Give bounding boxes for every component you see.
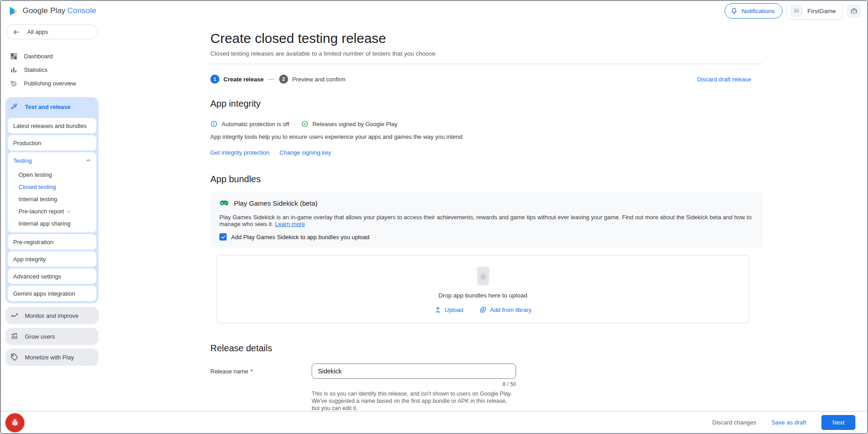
sidebar-item-open-testing[interactable]: Open testing [8, 169, 96, 181]
sidekick-checkbox[interactable] [219, 233, 227, 241]
sidebar-item-latest-releases[interactable]: Latest releases and bundles [8, 118, 96, 133]
header-divider [210, 64, 763, 64]
add-from-library-label: Add from library [490, 307, 531, 313]
discard-changes-button[interactable]: Discard changes [712, 419, 756, 426]
sidebar-item-grow-users[interactable]: Grow users [5, 328, 99, 345]
app-bundles-heading: App bundles [210, 174, 763, 184]
check-circle-icon [301, 120, 308, 127]
sidebar-item-production[interactable]: Production [8, 135, 96, 151]
google-play-console-logo[interactable]: Google PlayConsole [8, 6, 96, 16]
production-label: Production [8, 135, 96, 151]
grow-users-label: Grow users [25, 333, 55, 340]
pre-registration-label: Pre-registration [8, 234, 96, 250]
integrity-status-row: Automatic protection is off · Releases s… [210, 120, 763, 127]
notifications-button[interactable]: Notifications [725, 3, 783, 19]
latest-releases-label: Latest releases and bundles [8, 118, 96, 133]
sidekick-checkbox-label: Add Play Games Sidekick to app bundles y… [231, 234, 370, 241]
status-separator: · [294, 121, 296, 127]
sidebar-item-dashboard[interactable]: Dashboard [5, 49, 99, 63]
testing-card: Testing Open testing Closed testing Inte… [8, 152, 96, 232]
stepper: 1 Create release 2 Preview and confirm D… [210, 75, 763, 84]
brand-google-play: Google Play [23, 6, 66, 15]
account-name: FirstGame [807, 8, 836, 14]
page-subtitle: Closed testing releases are available to… [210, 50, 763, 57]
feedback-bug-button[interactable] [5, 413, 24, 432]
change-signing-key-link[interactable]: Change signing key [280, 149, 331, 156]
sidebar-item-test-and-release[interactable]: Test and release [8, 97, 96, 116]
sidebar-item-pre-registration[interactable]: Pre-registration [8, 234, 96, 250]
pulse-chart-icon [10, 311, 19, 320]
bundle-illustration-icon [470, 265, 496, 288]
integrity-links: Get integrity protection Change signing … [210, 149, 763, 156]
sidebar-item-monetize-with-play[interactable]: Monetize with Play [5, 349, 99, 366]
organization-button[interactable] [847, 4, 861, 18]
required-asterisk: * [251, 368, 253, 375]
add-from-library-button[interactable]: Add from library [479, 306, 531, 313]
growth-chart-icon [10, 332, 19, 340]
brand-console: Console [67, 6, 96, 15]
monetize-label: Monetize with Play [25, 354, 74, 361]
test-and-release-group: Test and release Latest releases and bun… [5, 97, 99, 303]
publishing-overview-label: Publishing overview [24, 80, 76, 87]
open-testing-label: Open testing [19, 171, 52, 178]
brand-text: Google PlayConsole [23, 6, 96, 15]
integrity-description: App integrity tools help you to ensure u… [210, 133, 763, 140]
publishing-overview-icon [10, 80, 18, 87]
chevron-down-icon [66, 209, 71, 214]
sidebar-item-publishing-overview[interactable]: Publishing overview [5, 76, 99, 90]
app-integrity-label: App integrity [8, 251, 96, 267]
account-chip[interactable]: FirstGame [787, 2, 843, 19]
sidebar-item-closed-testing[interactable]: Closed testing [8, 181, 96, 193]
sidebar-item-statistics[interactable]: Statistics [5, 63, 99, 76]
play-console-window: Google PlayConsole Notifications [0, 0, 868, 434]
next-button[interactable]: Next [821, 415, 855, 430]
sidebar-item-app-integrity[interactable]: App integrity [8, 251, 96, 267]
upload-label: Upload [445, 307, 463, 313]
gemini-apps-label: Gemini apps integration [8, 286, 96, 301]
step-1-label: Create release [223, 76, 264, 83]
release-name-label: Release name* [210, 363, 312, 412]
app-integrity-heading: App integrity [210, 99, 763, 109]
main-content: Create closed testing release Closed tes… [102, 21, 867, 434]
price-tag-icon [10, 353, 19, 361]
release-details-heading: Release details [210, 343, 763, 354]
testing-label: Testing [13, 157, 32, 164]
info-icon [210, 120, 218, 127]
sidebar-item-internal-testing[interactable]: Internal testing [8, 193, 96, 205]
discard-draft-release-link[interactable]: Discard draft release [697, 76, 751, 83]
learn-more-link[interactable]: Learn more [275, 221, 305, 227]
sidebar-item-testing[interactable]: Testing [8, 152, 96, 169]
topbar-right: Notifications FirstGame [725, 2, 861, 19]
step-2-circle: 2 [279, 75, 288, 84]
back-arrow-icon [13, 28, 20, 36]
play-games-icon [219, 198, 229, 208]
bell-icon [730, 7, 738, 14]
dropzone-text: Drop app bundles here to upload [438, 292, 527, 299]
notifications-label: Notifications [741, 8, 775, 14]
sidebar-item-internal-app-sharing[interactable]: Internal app sharing [8, 217, 96, 230]
statistics-icon [10, 66, 18, 74]
get-integrity-protection-link[interactable]: Get integrity protection [210, 149, 270, 156]
step-1-circle: 1 [210, 75, 219, 84]
topbar: Google PlayConsole Notifications [1, 1, 867, 21]
sidebar-item-gemini-apps-integration[interactable]: Gemini apps integration [8, 286, 96, 301]
internal-testing-label: Internal testing [19, 196, 57, 203]
sidebar-item-pre-launch-report[interactable]: Pre-launch report [8, 205, 96, 217]
library-add-icon [479, 306, 487, 313]
release-name-input[interactable] [312, 363, 516, 379]
release-name-row: Release name* 8 / 50 This is so you can … [210, 363, 763, 412]
all-apps-button[interactable]: All apps [6, 24, 98, 39]
app-bundle-dropzone[interactable]: Drop app bundles here to upload Upload [217, 255, 749, 323]
app-placeholder-icon [790, 5, 803, 17]
sidebar-item-monitor-and-improve[interactable]: Monitor and improve [5, 307, 99, 324]
internal-app-sharing-label: Internal app sharing [19, 220, 71, 227]
step-connector [268, 79, 275, 80]
char-counter: 8 / 50 [312, 381, 516, 387]
sidebar-item-advanced-settings[interactable]: Advanced settings [8, 269, 96, 284]
dashboard-icon [10, 52, 18, 60]
play-logo-icon [8, 6, 19, 16]
dashboard-label: Dashboard [24, 53, 53, 60]
save-as-draft-button[interactable]: Save as draft [772, 419, 806, 426]
upload-button[interactable]: Upload [434, 306, 463, 313]
pre-launch-report-label: Pre-launch report [19, 208, 64, 215]
